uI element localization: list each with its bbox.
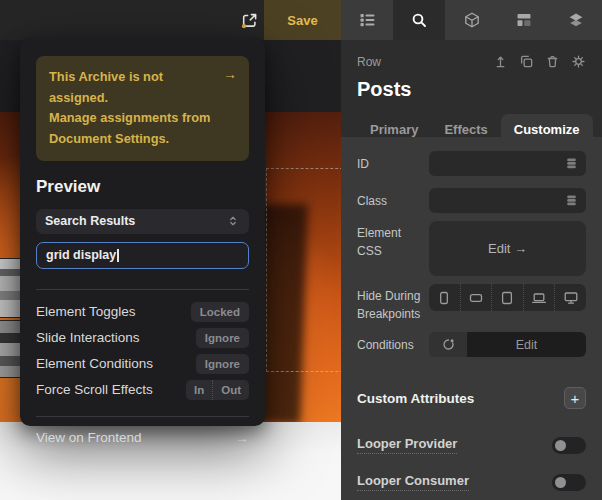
database-icon [565, 194, 578, 207]
search-tool-button[interactable] [393, 0, 445, 40]
breakpoint-phone-portrait[interactable] [429, 284, 460, 311]
class-input[interactable] [429, 188, 586, 213]
laptop-icon [531, 290, 547, 306]
preview-mode-select[interactable]: Search Results [36, 209, 249, 234]
toggle-knob [555, 477, 566, 488]
settings-button[interactable] [571, 54, 586, 69]
trash-icon [545, 54, 560, 69]
app: Save [0, 0, 602, 500]
looper-consumer-toggle[interactable] [552, 474, 586, 491]
pin-icon [493, 54, 508, 69]
conditions-control: Edit [429, 332, 586, 357]
layers-icon [567, 11, 585, 29]
inspector-panel: Row [341, 40, 602, 500]
inspector-header: Row [341, 40, 602, 145]
preview-options-list: Element Toggles Locked Slide Interaction… [36, 299, 249, 403]
element-toggles-badge[interactable]: Locked [191, 302, 249, 322]
divider [36, 416, 249, 417]
duplicate-element-button[interactable] [519, 54, 534, 69]
option-label: Element Toggles [36, 304, 136, 319]
customize-tab-content: ID Class Element CSS Edit → [341, 137, 602, 500]
search-input-value: grid display [46, 248, 116, 262]
list-item: Element Toggles Locked [36, 299, 249, 325]
database-icon [565, 157, 578, 170]
looper-provider-label: Looper Provider [357, 436, 457, 454]
id-field-label: ID [357, 155, 429, 173]
conditions-sync-button[interactable] [429, 332, 467, 357]
preview-mode-value: Search Results [45, 214, 135, 228]
breakpoint-phone-landscape[interactable] [460, 284, 492, 311]
class-field-label: Class [357, 192, 429, 210]
divider [36, 289, 249, 290]
archive-warning-banner[interactable]: This Archive is not assigned. Manage ass… [36, 56, 249, 161]
selection-outline [266, 168, 341, 372]
id-input[interactable] [429, 151, 586, 176]
arrow-right-icon: → [235, 430, 249, 446]
element-css-edit-button[interactable]: Edit → [429, 221, 586, 276]
preview-title: Preview [36, 177, 249, 197]
layers-button[interactable] [550, 0, 602, 40]
chevron-updown-icon [226, 214, 240, 228]
toggle-knob [555, 440, 566, 451]
looper-consumer-label: Looper Consumer [357, 473, 469, 491]
warning-text: Document Settings. [49, 129, 219, 150]
layout-icon [515, 11, 533, 29]
phone-landscape-icon [468, 290, 484, 306]
expand-button[interactable] [234, 0, 264, 40]
expand-icon [240, 11, 259, 30]
plus-icon: + [571, 391, 580, 406]
sync-icon [441, 337, 456, 352]
in-option[interactable]: In [186, 380, 212, 400]
delete-element-button[interactable] [545, 54, 560, 69]
custom-attributes-title: Custom Attributes [357, 391, 474, 406]
text-caret [117, 249, 119, 262]
cube-icon [463, 11, 481, 29]
breakpoint-desktop[interactable] [554, 284, 586, 311]
frontend-link-label: View on Frontend [36, 430, 142, 445]
add-attribute-button[interactable]: + [564, 387, 586, 409]
element-css-edit-label: Edit → [488, 241, 527, 256]
breakpoint-tablet[interactable] [491, 284, 523, 311]
list-item: Slide Interactions Ignore [36, 325, 249, 351]
slide-interactions-badge[interactable]: Ignore [196, 328, 249, 348]
element-actions [493, 54, 586, 69]
topbar: Save [0, 0, 602, 40]
element-conditions-badge[interactable]: Ignore [196, 354, 249, 374]
out-option[interactable]: Out [212, 380, 249, 400]
phone-portrait-icon [436, 290, 452, 306]
gear-icon [571, 54, 586, 69]
save-label: Save [287, 13, 317, 28]
search-icon [410, 11, 428, 29]
components-button[interactable] [445, 0, 497, 40]
list-item: Element Conditions Ignore [36, 351, 249, 377]
list-icon [358, 11, 376, 29]
preview-search-input[interactable]: grid display [36, 242, 249, 269]
conditions-edit-button[interactable]: Edit [467, 332, 586, 357]
layout-button[interactable] [498, 0, 550, 40]
force-scroll-badge[interactable]: In Out [186, 380, 249, 400]
option-label: Element Conditions [36, 356, 153, 371]
duplicate-icon [519, 54, 534, 69]
element-title: Posts [357, 78, 586, 101]
arrow-right-icon[interactable]: → [223, 66, 237, 82]
element-type-label: Row [357, 55, 381, 69]
desktop-icon [563, 290, 579, 306]
tablet-icon [499, 290, 515, 306]
looper-provider-toggle[interactable] [552, 437, 586, 454]
preview-popover: This Archive is not assigned. Manage ass… [20, 38, 265, 426]
pin-element-button[interactable] [493, 54, 508, 69]
element-css-label: Element CSS [357, 221, 429, 260]
option-label: Force Scroll Effects [36, 382, 153, 397]
conditions-label: Conditions [357, 336, 429, 354]
list-view-button[interactable] [341, 0, 393, 40]
warning-text: Manage assignments from [49, 108, 219, 129]
save-button[interactable]: Save [264, 0, 341, 40]
breakpoint-toggle-group [429, 284, 586, 311]
topbar-tools [341, 0, 602, 40]
list-item: Force Scroll Effects In Out [36, 377, 249, 403]
view-on-frontend-link[interactable]: View on Frontend → [36, 428, 249, 448]
option-label: Slide Interactions [36, 330, 140, 345]
warning-text: This Archive is not assigned. [49, 67, 219, 108]
hide-breakpoints-label: Hide During Breakpoints [357, 284, 429, 323]
breakpoint-laptop[interactable] [523, 284, 555, 311]
